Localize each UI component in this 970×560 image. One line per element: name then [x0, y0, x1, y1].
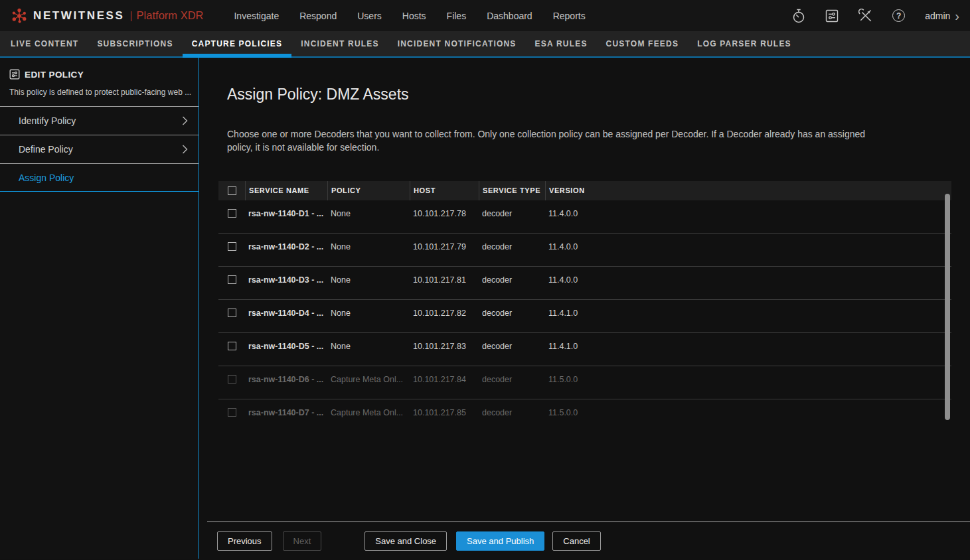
cell-service-name: rsa-nw-1140-D1 - ... [245, 209, 327, 218]
timer-icon[interactable] [792, 9, 805, 23]
sidebar-item-label: Identify Policy [19, 115, 76, 126]
primary-nav: Investigate Respond Users Hosts Files Da… [234, 11, 585, 21]
help-icon[interactable]: ? [892, 9, 905, 22]
content-area: EDIT POLICY This policy is defined to pr… [0, 58, 970, 559]
sidebar-item-label: Define Policy [19, 144, 73, 155]
cell-service-name: rsa-nw-1140-D3 - ... [245, 275, 327, 285]
cell-policy: None [327, 209, 410, 218]
sidebar-item-identify-policy[interactable]: Identify Policy [0, 106, 199, 135]
cell-service-name: rsa-nw-1140-D5 - ... [245, 342, 327, 351]
tab-log-parser-rules[interactable]: LOG PARSER RULES [688, 31, 801, 56]
row-checkbox[interactable] [228, 309, 236, 317]
brand[interactable]: NETWITNESS | Platform XDR [11, 7, 203, 25]
sidebar-header: EDIT POLICY [0, 58, 199, 80]
footer-actions: Previous Next Save and Close Save and Pu… [217, 531, 601, 551]
save-and-publish-button[interactable]: Save and Publish [456, 531, 544, 551]
cell-policy: None [327, 275, 410, 285]
assign-policy-panel: Assign Policy: DMZ Assets Choose one or … [199, 58, 970, 559]
cell-service-type: decoder [479, 375, 545, 384]
nav-item-reports[interactable]: Reports [553, 11, 586, 21]
sidebar-item-define-policy[interactable]: Define Policy [0, 135, 199, 163]
select-all-cell [218, 181, 245, 200]
cell-service-name: rsa-nw-1140-D4 - ... [245, 309, 327, 318]
col-host: HOST [410, 181, 479, 200]
page-description: Choose one or more Decoders that you wan… [227, 127, 891, 155]
cell-service-type: decoder [479, 309, 545, 318]
nav-item-respond[interactable]: Respond [299, 11, 337, 21]
cell-version: 11.4.1.0 [545, 342, 951, 351]
edit-policy-icon [9, 69, 20, 80]
tab-subscriptions[interactable]: SUBSCRIPTIONS [88, 31, 182, 56]
col-service-type: SERVICE TYPE [479, 181, 545, 200]
row-checkbox [228, 408, 236, 417]
netwitness-molecule-icon [11, 7, 28, 25]
cell-service-name: rsa-nw-1140-D2 - ... [245, 242, 327, 251]
row-checkbox[interactable] [228, 275, 236, 284]
save-and-close-button[interactable]: Save and Close [364, 531, 447, 551]
cancel-button[interactable]: Cancel [552, 531, 600, 551]
edit-policy-sidebar: EDIT POLICY This policy is defined to pr… [0, 58, 199, 559]
chevron-right-icon: › [955, 11, 959, 21]
sidebar-item-label: Assign Policy [19, 173, 74, 183]
help-glyph: ? [892, 9, 905, 22]
tab-live-content[interactable]: LIVE CONTENT [1, 31, 88, 56]
nav-item-users[interactable]: Users [357, 11, 382, 21]
cell-version: 11.4.0.0 [545, 275, 951, 285]
cell-host: 10.101.217.85 [410, 408, 479, 417]
cell-service-type: decoder [479, 408, 545, 417]
sidebar-policy-description: This policy is defined to protect public… [0, 80, 199, 106]
table-row[interactable]: rsa-nw-1140-D4 - ... None 10.101.217.82 … [218, 300, 951, 333]
tab-esa-rules[interactable]: ESA RULES [526, 31, 597, 56]
cell-version: 11.4.0.0 [545, 242, 951, 251]
tab-incident-notifications[interactable]: INCIDENT NOTIFICATIONS [388, 31, 526, 56]
cell-version: 11.4.0.0 [545, 209, 951, 218]
col-policy: POLICY [327, 181, 410, 200]
cell-policy: Capture Meta Onl... [327, 375, 410, 384]
cell-version: 11.4.1.0 [545, 309, 951, 318]
cell-policy: None [327, 309, 410, 318]
cell-policy: None [327, 242, 410, 251]
select-all-checkbox[interactable] [228, 186, 236, 195]
brand-separator: | [129, 10, 132, 22]
user-menu[interactable]: admin › [925, 11, 959, 21]
cell-host: 10.101.217.81 [410, 275, 479, 285]
chevron-right-icon [182, 116, 188, 125]
row-checkbox[interactable] [228, 209, 236, 218]
brand-name: NETWITNESS [33, 9, 124, 23]
cell-service-name: rsa-nw-1140-D6 - ... [245, 375, 327, 384]
previous-button[interactable]: Previous [217, 531, 272, 551]
table-row[interactable]: rsa-nw-1140-D5 - ... None 10.101.217.83 … [218, 333, 951, 366]
cell-version: 11.5.0.0 [545, 375, 951, 384]
sidebar-title: EDIT POLICY [25, 70, 84, 80]
tab-custom-feeds[interactable]: CUSTOM FEEDS [597, 31, 688, 56]
cell-policy: Capture Meta Onl... [327, 408, 410, 417]
col-version: VERSION [545, 181, 951, 200]
cell-service-name: rsa-nw-1140-D7 - ... [245, 408, 327, 417]
cell-service-type: decoder [479, 242, 545, 251]
table-row-disabled: rsa-nw-1140-D7 - ... Capture Meta Onl...… [218, 399, 951, 433]
cell-version: 11.5.0.0 [545, 408, 951, 417]
row-checkbox[interactable] [228, 342, 236, 350]
cell-policy: None [327, 342, 410, 351]
table-scrollbar[interactable] [945, 194, 950, 420]
table-row[interactable]: rsa-nw-1140-D2 - ... None 10.101.217.79 … [218, 234, 951, 267]
row-checkbox[interactable] [228, 242, 236, 251]
tools-icon[interactable] [858, 9, 872, 23]
tab-capture-policies[interactable]: CAPTURE POLICIES [183, 31, 292, 56]
nav-item-dashboard[interactable]: Dashboard [487, 11, 532, 21]
row-checkbox [228, 375, 236, 384]
page-title: Assign Policy: DMZ Assets [227, 86, 970, 104]
sidebar-item-assign-policy[interactable]: Assign Policy [0, 163, 199, 192]
table-row[interactable]: rsa-nw-1140-D1 - ... None 10.101.217.78 … [218, 200, 951, 234]
col-service-name: SERVICE NAME [245, 181, 327, 200]
table-row[interactable]: rsa-nw-1140-D3 - ... None 10.101.217.81 … [218, 267, 951, 300]
tab-incident-rules[interactable]: INCIDENT RULES [291, 31, 388, 56]
nav-item-files[interactable]: Files [447, 11, 467, 21]
nav-item-hosts[interactable]: Hosts [402, 11, 426, 21]
chevron-right-icon [182, 145, 188, 154]
nav-item-investigate[interactable]: Investigate [234, 11, 279, 21]
brand-product: Platform XDR [137, 9, 204, 22]
preferences-icon[interactable] [825, 9, 839, 23]
table-header-row: SERVICE NAME POLICY HOST SERVICE TYPE VE… [218, 181, 951, 200]
top-nav: NETWITNESS | Platform XDR Investigate Re… [0, 0, 970, 31]
